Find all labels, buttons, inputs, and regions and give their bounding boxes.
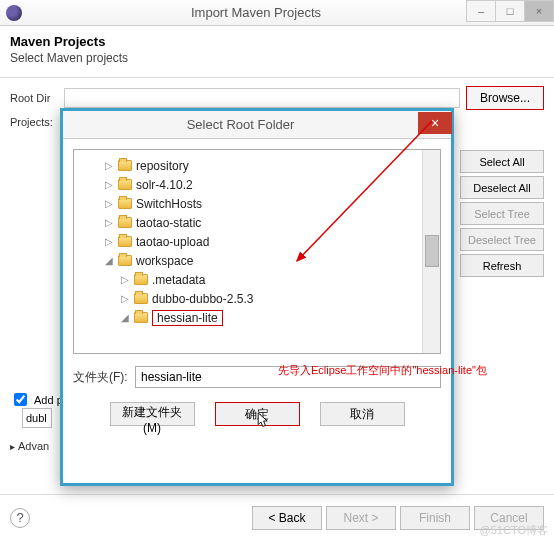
page-title: Maven Projects — [10, 34, 544, 49]
expand-icon[interactable]: ▷ — [104, 179, 114, 190]
root-dir-label: Root Dir — [10, 92, 64, 104]
annotation-text: 先导入Eclipse工作空间中的"hessian-lite"包 — [278, 363, 487, 378]
folder-icon — [134, 293, 148, 304]
wizard-header: Maven Projects Select Maven projects — [0, 26, 554, 78]
tree-item[interactable]: ◢hessian-lite — [74, 308, 440, 327]
tree-scrollbar[interactable] — [422, 150, 440, 353]
expand-icon[interactable]: ▷ — [104, 236, 114, 247]
tree-item-label: workspace — [136, 254, 193, 268]
tree-item-label: taotao-upload — [136, 235, 209, 249]
folder-icon — [118, 217, 132, 228]
tree-item[interactable]: ▷taotao-upload — [74, 232, 440, 251]
wizard-footer: ? < Back Next > Finish Cancel — [0, 494, 554, 540]
expand-icon[interactable]: ▷ — [104, 160, 114, 171]
folder-icon — [134, 312, 148, 323]
scrollbar-thumb[interactable] — [425, 235, 439, 267]
back-button[interactable]: < Back — [252, 506, 322, 530]
ok-button-label: 确定 — [245, 407, 269, 421]
deselect-all-button[interactable]: Deselect All — [460, 176, 544, 199]
expand-icon[interactable]: ▷ — [104, 217, 114, 228]
root-dir-input[interactable] — [64, 88, 460, 108]
folder-icon — [118, 160, 132, 171]
folder-field-label: 文件夹(F): — [73, 369, 135, 386]
projects-label: Projects: — [10, 116, 64, 128]
browse-button[interactable]: Browse... — [466, 86, 544, 110]
maximize-button[interactable]: □ — [495, 0, 525, 22]
tree-item[interactable]: ▷solr-4.10.2 — [74, 175, 440, 194]
tree-item[interactable]: ▷taotao-static — [74, 213, 440, 232]
expand-icon[interactable]: ▷ — [104, 198, 114, 209]
minimize-button[interactable]: – — [466, 0, 496, 22]
ok-button[interactable]: 确定 — [215, 402, 300, 426]
tree-item-label: repository — [136, 159, 189, 173]
add-project-checkbox[interactable] — [14, 393, 27, 406]
select-root-folder-dialog: Select Root Folder × ▷repository▷solr-4.… — [60, 108, 454, 486]
advanced-expander[interactable]: Advan — [10, 440, 49, 452]
tree-item[interactable]: ▷repository — [74, 156, 440, 175]
expand-icon[interactable]: ◢ — [120, 312, 130, 323]
tree-item[interactable]: ◢workspace — [74, 251, 440, 270]
window-close-button[interactable]: × — [524, 0, 554, 22]
folder-icon — [118, 198, 132, 209]
expand-icon[interactable]: ◢ — [104, 255, 114, 266]
tree-item-label: .metadata — [152, 273, 205, 287]
deselect-tree-button[interactable]: Deselect Tree — [460, 228, 544, 251]
tree-item-label: taotao-static — [136, 216, 201, 230]
add-project-label: Add p — [34, 394, 63, 406]
tree-item[interactable]: ▷dubbo-dubbo-2.5.3 — [74, 289, 440, 308]
folder-icon — [134, 274, 148, 285]
dialog-close-button[interactable]: × — [418, 112, 452, 134]
expand-icon[interactable]: ▷ — [120, 274, 130, 285]
page-subtitle: Select Maven projects — [10, 51, 544, 65]
titlebar: Import Maven Projects – □ × — [0, 0, 554, 26]
dialog-title: Select Root Folder — [63, 117, 418, 132]
tree-item-label: SwitchHosts — [136, 197, 202, 211]
tree-item-label: solr-4.10.2 — [136, 178, 193, 192]
folder-icon — [118, 255, 132, 266]
watermark: @51CTO博客 — [480, 523, 548, 538]
tree-item[interactable]: ▷SwitchHosts — [74, 194, 440, 213]
eclipse-icon — [6, 5, 22, 21]
new-folder-button[interactable]: 新建文件夹(M) — [110, 402, 195, 426]
expand-icon[interactable]: ▷ — [120, 293, 130, 304]
tree-item[interactable]: ▷.metadata — [74, 270, 440, 289]
folder-tree[interactable]: ▷repository▷solr-4.10.2▷SwitchHosts▷taot… — [73, 149, 441, 354]
folder-icon — [118, 236, 132, 247]
finish-button[interactable]: Finish — [400, 506, 470, 530]
help-icon[interactable]: ? — [10, 508, 30, 528]
next-button[interactable]: Next > — [326, 506, 396, 530]
workingset-dropdown[interactable]: dubl — [22, 408, 52, 428]
tree-item-label: dubbo-dubbo-2.5.3 — [152, 292, 253, 306]
folder-icon — [118, 179, 132, 190]
cancel-dialog-button[interactable]: 取消 — [320, 402, 405, 426]
select-tree-button[interactable]: Select Tree — [460, 202, 544, 225]
tree-item-label: hessian-lite — [152, 310, 223, 326]
select-all-button[interactable]: Select All — [460, 150, 544, 173]
refresh-button[interactable]: Refresh — [460, 254, 544, 277]
